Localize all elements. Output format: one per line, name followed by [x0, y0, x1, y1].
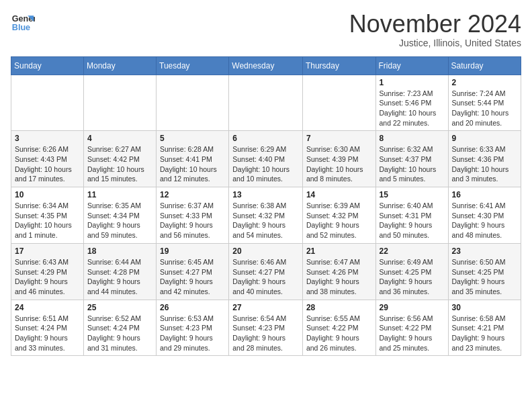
- day-number: 21: [306, 246, 372, 256]
- calendar-cell: 13Sunrise: 6:38 AMSunset: 4:32 PMDayligh…: [229, 187, 303, 244]
- day-number: 23: [452, 246, 517, 256]
- day-info: Sunrise: 6:41 AMSunset: 4:30 PMDaylight:…: [452, 201, 517, 240]
- calendar-cell: [229, 75, 303, 131]
- day-number: 7: [306, 134, 372, 143]
- calendar-cell: 22Sunrise: 6:49 AMSunset: 4:25 PMDayligh…: [375, 243, 448, 300]
- day-info: Sunrise: 6:51 AMSunset: 4:24 PMDaylight:…: [15, 314, 80, 353]
- day-number: 25: [87, 303, 152, 312]
- col-sunday: Sunday: [11, 56, 84, 75]
- day-info: Sunrise: 6:33 AMSunset: 4:36 PMDaylight:…: [452, 144, 517, 184]
- day-number: 29: [380, 303, 445, 312]
- calendar-cell: 5Sunrise: 6:28 AMSunset: 4:41 PMDaylight…: [157, 131, 229, 187]
- calendar-cell: 28Sunrise: 6:55 AMSunset: 4:22 PMDayligh…: [302, 300, 375, 356]
- calendar-cell: 12Sunrise: 6:37 AMSunset: 4:33 PMDayligh…: [157, 187, 229, 244]
- calendar-title: November 2024: [349, 11, 521, 38]
- day-info: Sunrise: 6:37 AMSunset: 4:33 PMDaylight:…: [160, 201, 225, 240]
- day-info: Sunrise: 6:29 AMSunset: 4:40 PMDaylight:…: [232, 144, 299, 184]
- day-number: 16: [452, 190, 517, 199]
- day-number: 19: [160, 246, 225, 256]
- day-info: Sunrise: 6:54 AMSunset: 4:23 PMDaylight:…: [232, 314, 299, 353]
- day-info: Sunrise: 6:53 AMSunset: 4:23 PMDaylight:…: [160, 314, 225, 353]
- calendar-cell: 27Sunrise: 6:54 AMSunset: 4:23 PMDayligh…: [229, 300, 303, 356]
- calendar-cell: 26Sunrise: 6:53 AMSunset: 4:23 PMDayligh…: [157, 300, 229, 356]
- day-number: 6: [232, 134, 299, 143]
- col-monday: Monday: [84, 56, 157, 75]
- calendar-cell: 8Sunrise: 6:32 AMSunset: 4:37 PMDaylight…: [375, 131, 448, 187]
- day-info: Sunrise: 6:45 AMSunset: 4:27 PMDaylight:…: [160, 257, 225, 297]
- calendar-cell: 9Sunrise: 6:33 AMSunset: 4:36 PMDaylight…: [448, 131, 521, 187]
- calendar-cell: [84, 75, 157, 131]
- calendar-cell: 14Sunrise: 6:39 AMSunset: 4:32 PMDayligh…: [302, 187, 375, 244]
- calendar-week-2: 3Sunrise: 6:26 AMSunset: 4:43 PMDaylight…: [11, 131, 521, 187]
- calendar-cell: 1Sunrise: 7:23 AMSunset: 5:46 PMDaylight…: [375, 75, 448, 131]
- day-info: Sunrise: 6:44 AMSunset: 4:28 PMDaylight:…: [87, 257, 152, 297]
- calendar-cell: 2Sunrise: 7:24 AMSunset: 5:44 PMDaylight…: [448, 75, 521, 131]
- calendar-cell: 23Sunrise: 6:50 AMSunset: 4:25 PMDayligh…: [448, 243, 521, 300]
- day-number: 14: [306, 190, 372, 199]
- calendar-table: Sunday Monday Tuesday Wednesday Thursday…: [11, 56, 521, 357]
- day-info: Sunrise: 6:56 AMSunset: 4:22 PMDaylight:…: [380, 314, 445, 353]
- calendar-cell: 11Sunrise: 6:35 AMSunset: 4:34 PMDayligh…: [84, 187, 157, 244]
- day-info: Sunrise: 7:23 AMSunset: 5:46 PMDaylight:…: [380, 89, 445, 128]
- calendar-cell: [11, 75, 84, 131]
- day-number: 12: [160, 190, 225, 199]
- calendar-subtitle: Justice, Illinois, United States: [349, 38, 521, 48]
- header-row: Sunday Monday Tuesday Wednesday Thursday…: [11, 56, 521, 75]
- calendar-week-1: 1Sunrise: 7:23 AMSunset: 5:46 PMDaylight…: [11, 75, 521, 131]
- calendar-cell: 30Sunrise: 6:58 AMSunset: 4:21 PMDayligh…: [448, 300, 521, 356]
- svg-text:Blue: Blue: [12, 23, 30, 32]
- day-number: 2: [452, 78, 517, 87]
- day-number: 17: [15, 246, 80, 256]
- col-tuesday: Tuesday: [157, 56, 229, 75]
- calendar-week-3: 10Sunrise: 6:34 AMSunset: 4:35 PMDayligh…: [11, 187, 521, 244]
- calendar-week-4: 17Sunrise: 6:43 AMSunset: 4:29 PMDayligh…: [11, 243, 521, 300]
- day-info: Sunrise: 6:46 AMSunset: 4:27 PMDaylight:…: [232, 257, 299, 297]
- day-number: 4: [87, 134, 152, 143]
- day-number: 9: [452, 134, 517, 143]
- logo: General Blue: [11, 11, 35, 35]
- day-info: Sunrise: 6:58 AMSunset: 4:21 PMDaylight:…: [452, 314, 517, 353]
- day-info: Sunrise: 6:35 AMSunset: 4:34 PMDaylight:…: [87, 201, 152, 240]
- calendar-cell: 10Sunrise: 6:34 AMSunset: 4:35 PMDayligh…: [11, 187, 84, 244]
- day-info: Sunrise: 7:24 AMSunset: 5:44 PMDaylight:…: [452, 89, 517, 128]
- calendar-cell: 4Sunrise: 6:27 AMSunset: 4:42 PMDaylight…: [84, 131, 157, 187]
- day-info: Sunrise: 6:28 AMSunset: 4:41 PMDaylight:…: [160, 144, 225, 184]
- day-info: Sunrise: 6:52 AMSunset: 4:24 PMDaylight:…: [87, 314, 152, 353]
- calendar-week-5: 24Sunrise: 6:51 AMSunset: 4:24 PMDayligh…: [11, 300, 521, 356]
- calendar-cell: 29Sunrise: 6:56 AMSunset: 4:22 PMDayligh…: [375, 300, 448, 356]
- calendar-cell: 15Sunrise: 6:40 AMSunset: 4:31 PMDayligh…: [375, 187, 448, 244]
- day-number: 24: [15, 303, 80, 312]
- day-number: 18: [87, 246, 152, 256]
- day-number: 27: [232, 303, 299, 312]
- day-number: 5: [160, 134, 225, 143]
- day-number: 26: [160, 303, 225, 312]
- day-info: Sunrise: 6:55 AMSunset: 4:22 PMDaylight:…: [306, 314, 372, 353]
- calendar-cell: 21Sunrise: 6:47 AMSunset: 4:26 PMDayligh…: [302, 243, 375, 300]
- day-info: Sunrise: 6:43 AMSunset: 4:29 PMDaylight:…: [15, 257, 80, 297]
- day-info: Sunrise: 6:49 AMSunset: 4:25 PMDaylight:…: [380, 257, 445, 297]
- calendar-cell: 16Sunrise: 6:41 AMSunset: 4:30 PMDayligh…: [448, 187, 521, 244]
- page-header: General Blue November 2024 Justice, Illi…: [11, 11, 521, 48]
- calendar-cell: 25Sunrise: 6:52 AMSunset: 4:24 PMDayligh…: [84, 300, 157, 356]
- day-number: 13: [232, 190, 299, 199]
- day-info: Sunrise: 6:34 AMSunset: 4:35 PMDaylight:…: [15, 201, 80, 240]
- calendar-cell: 18Sunrise: 6:44 AMSunset: 4:28 PMDayligh…: [84, 243, 157, 300]
- day-number: 8: [380, 134, 445, 143]
- day-info: Sunrise: 6:38 AMSunset: 4:32 PMDaylight:…: [232, 201, 299, 240]
- day-info: Sunrise: 6:30 AMSunset: 4:39 PMDaylight:…: [306, 144, 372, 184]
- calendar-cell: 24Sunrise: 6:51 AMSunset: 4:24 PMDayligh…: [11, 300, 84, 356]
- col-friday: Friday: [375, 56, 448, 75]
- calendar-cell: 19Sunrise: 6:45 AMSunset: 4:27 PMDayligh…: [157, 243, 229, 300]
- calendar-cell: 3Sunrise: 6:26 AMSunset: 4:43 PMDaylight…: [11, 131, 84, 187]
- day-number: 1: [380, 78, 445, 87]
- day-info: Sunrise: 6:32 AMSunset: 4:37 PMDaylight:…: [380, 144, 445, 184]
- col-thursday: Thursday: [302, 56, 375, 75]
- day-number: 30: [452, 303, 517, 312]
- calendar-cell: 7Sunrise: 6:30 AMSunset: 4:39 PMDaylight…: [302, 131, 375, 187]
- calendar-cell: 17Sunrise: 6:43 AMSunset: 4:29 PMDayligh…: [11, 243, 84, 300]
- day-number: 22: [380, 246, 445, 256]
- day-number: 11: [87, 190, 152, 199]
- day-info: Sunrise: 6:50 AMSunset: 4:25 PMDaylight:…: [452, 257, 517, 297]
- day-number: 15: [380, 190, 445, 199]
- calendar-cell: 20Sunrise: 6:46 AMSunset: 4:27 PMDayligh…: [229, 243, 303, 300]
